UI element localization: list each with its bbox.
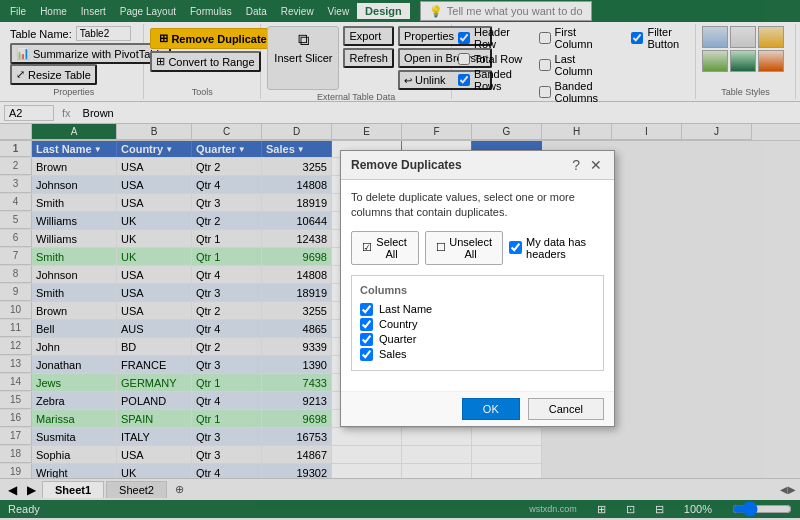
cell-19-1[interactable]: UK bbox=[117, 464, 192, 478]
formula-input[interactable] bbox=[79, 106, 796, 120]
cell-16-2[interactable]: Qtr 1 bbox=[192, 410, 262, 427]
cell-14-2[interactable]: Qtr 1 bbox=[192, 374, 262, 391]
refresh-btn[interactable]: Refresh bbox=[343, 48, 394, 68]
cell-9-1[interactable]: USA bbox=[117, 284, 192, 301]
cell-9-0[interactable]: Smith bbox=[32, 284, 117, 301]
cell-13-3[interactable]: 1390 bbox=[262, 356, 332, 373]
col-header-c[interactable]: C bbox=[192, 124, 262, 140]
cell-10-2[interactable]: Qtr 2 bbox=[192, 302, 262, 319]
modal-close-btn[interactable]: ✕ bbox=[588, 157, 604, 173]
select-all-btn[interactable]: ☑ Select All bbox=[351, 231, 419, 265]
modal-column-item[interactable]: Sales bbox=[360, 347, 595, 362]
filter-btn-check[interactable]: Filter Button bbox=[631, 26, 689, 50]
cell-4-0[interactable]: Smith bbox=[32, 194, 117, 211]
cell-4-1[interactable]: USA bbox=[117, 194, 192, 211]
table-name-input[interactable] bbox=[76, 26, 131, 41]
modal-cancel-btn[interactable]: Cancel bbox=[528, 398, 604, 420]
cell-16-3[interactable]: 9698 bbox=[262, 410, 332, 427]
my-data-headers-check[interactable] bbox=[509, 241, 522, 254]
cell-14-1[interactable]: GERMANY bbox=[117, 374, 192, 391]
cell-12-0[interactable]: John bbox=[32, 338, 117, 355]
cell-5-3[interactable]: 10644 bbox=[262, 212, 332, 229]
cell-7-2[interactable]: Qtr 1 bbox=[192, 248, 262, 265]
view-layout-icon[interactable]: ⊡ bbox=[626, 503, 635, 516]
tab-page-layout[interactable]: Page Layout bbox=[114, 4, 182, 19]
cell-15-3[interactable]: 9213 bbox=[262, 392, 332, 409]
cell-19-0[interactable]: Wright bbox=[32, 464, 117, 478]
col-checkbox[interactable] bbox=[360, 318, 373, 331]
table-style-4[interactable] bbox=[702, 50, 728, 72]
zoom-slider[interactable] bbox=[732, 501, 792, 517]
cell-2-2[interactable]: Qtr 2 bbox=[192, 158, 262, 175]
tab-review[interactable]: Review bbox=[275, 4, 320, 19]
tab-formulas[interactable]: Formulas bbox=[184, 4, 238, 19]
cell-8-0[interactable]: Johnson bbox=[32, 266, 117, 283]
cell-4-2[interactable]: Qtr 3 bbox=[192, 194, 262, 211]
cell-5-1[interactable]: UK bbox=[117, 212, 192, 229]
col-header-j[interactable]: J bbox=[682, 124, 752, 140]
cell-14-3[interactable]: 7433 bbox=[262, 374, 332, 391]
tab-home[interactable]: Home bbox=[34, 4, 73, 19]
cell-17-0[interactable]: Susmita bbox=[32, 428, 117, 445]
cell-2-1[interactable]: USA bbox=[117, 158, 192, 175]
first-col-check[interactable]: First Column bbox=[539, 26, 616, 50]
cell-6-0[interactable]: Williams bbox=[32, 230, 117, 247]
banded-cols-check[interactable]: Banded Columns bbox=[539, 80, 616, 104]
banded-rows-check[interactable]: Banded Rows bbox=[458, 68, 523, 92]
table-style-2[interactable] bbox=[730, 26, 756, 48]
col-checkbox[interactable] bbox=[360, 333, 373, 346]
cell-c1[interactable]: Quarter ▼ bbox=[192, 141, 262, 157]
table-style-6[interactable] bbox=[758, 50, 784, 72]
cell-11-3[interactable]: 4865 bbox=[262, 320, 332, 337]
cell-9-3[interactable]: 18919 bbox=[262, 284, 332, 301]
tell-me-box[interactable]: 💡 Tell me what you want to do bbox=[420, 1, 592, 21]
cell-7-1[interactable]: UK bbox=[117, 248, 192, 265]
cell-16-1[interactable]: SPAIN bbox=[117, 410, 192, 427]
cell-15-0[interactable]: Zebra bbox=[32, 392, 117, 409]
cell-6-1[interactable]: UK bbox=[117, 230, 192, 247]
tab-file[interactable]: File bbox=[4, 4, 32, 19]
cell-13-0[interactable]: Jonathan bbox=[32, 356, 117, 373]
cell-8-3[interactable]: 14808 bbox=[262, 266, 332, 283]
col-header-b[interactable]: B bbox=[117, 124, 192, 140]
cell-17-3[interactable]: 16753 bbox=[262, 428, 332, 445]
col-header-f[interactable]: F bbox=[402, 124, 472, 140]
cell-9-2[interactable]: Qtr 3 bbox=[192, 284, 262, 301]
modal-column-item[interactable]: Country bbox=[360, 317, 595, 332]
table-style-1[interactable] bbox=[702, 26, 728, 48]
view-normal-icon[interactable]: ⊞ bbox=[597, 503, 606, 516]
cell-10-0[interactable]: Brown bbox=[32, 302, 117, 319]
cell-11-1[interactable]: AUS bbox=[117, 320, 192, 337]
tab-design[interactable]: Design bbox=[357, 3, 410, 19]
modal-help-btn[interactable]: ? bbox=[570, 157, 582, 173]
cell-19-3[interactable]: 19302 bbox=[262, 464, 332, 478]
cell-18-0[interactable]: Sophia bbox=[32, 446, 117, 463]
cell-reference-input[interactable] bbox=[4, 105, 54, 121]
cell-4-3[interactable]: 18919 bbox=[262, 194, 332, 211]
cell-10-3[interactable]: 3255 bbox=[262, 302, 332, 319]
modal-column-item[interactable]: Quarter bbox=[360, 332, 595, 347]
cell-3-2[interactable]: Qtr 4 bbox=[192, 176, 262, 193]
view-page-break-icon[interactable]: ⊟ bbox=[655, 503, 664, 516]
cell-13-2[interactable]: Qtr 3 bbox=[192, 356, 262, 373]
cell-18-1[interactable]: USA bbox=[117, 446, 192, 463]
cell-16-0[interactable]: Marissa bbox=[32, 410, 117, 427]
cell-b1[interactable]: Country ▼ bbox=[117, 141, 192, 157]
cell-11-0[interactable]: Bell bbox=[32, 320, 117, 337]
cell-17-2[interactable]: Qtr 3 bbox=[192, 428, 262, 445]
cell-6-3[interactable]: 12438 bbox=[262, 230, 332, 247]
cell-15-1[interactable]: POLAND bbox=[117, 392, 192, 409]
modal-ok-btn[interactable]: OK bbox=[462, 398, 520, 420]
col-header-g[interactable]: G bbox=[472, 124, 542, 140]
export-btn[interactable]: Export bbox=[343, 26, 394, 46]
cell-12-3[interactable]: 9339 bbox=[262, 338, 332, 355]
insert-slicer-btn[interactable]: ⧉ Insert Slicer bbox=[267, 26, 339, 90]
cell-2-0[interactable]: Brown bbox=[32, 158, 117, 175]
cell-11-2[interactable]: Qtr 4 bbox=[192, 320, 262, 337]
unselect-all-btn[interactable]: ☐ Unselect All bbox=[425, 231, 503, 265]
my-data-headers-label[interactable]: My data has headers bbox=[509, 236, 604, 260]
cell-13-1[interactable]: FRANCE bbox=[117, 356, 192, 373]
cell-8-1[interactable]: USA bbox=[117, 266, 192, 283]
cell-14-0[interactable]: Jews bbox=[32, 374, 117, 391]
cell-a1[interactable]: Last Name ▼ bbox=[32, 141, 117, 157]
